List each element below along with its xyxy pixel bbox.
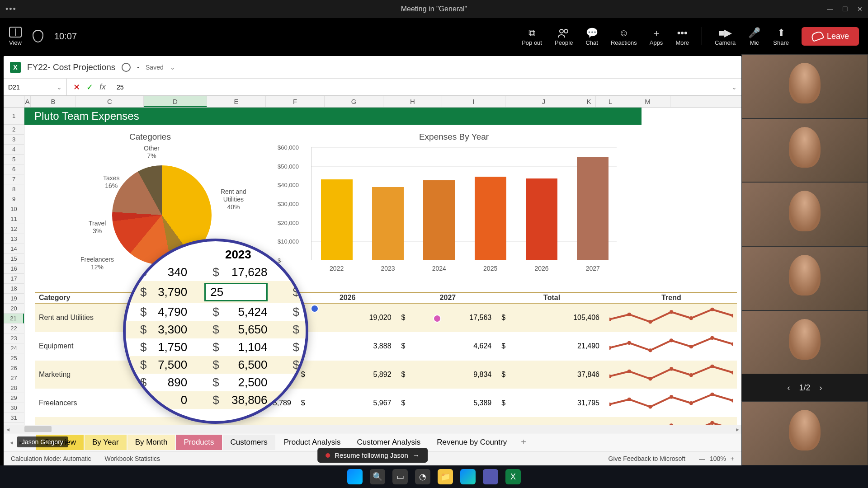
col-E[interactable]: E [207, 96, 266, 107]
row-13[interactable]: 13 [4, 234, 24, 244]
col-C[interactable]: C [76, 96, 144, 107]
participant-tile[interactable] [741, 54, 868, 118]
excel-taskbar-icon[interactable]: X [505, 469, 521, 484]
explorer-icon[interactable]: 📁 [438, 469, 453, 484]
row-12[interactable]: 12 [4, 224, 24, 234]
workbook-stats[interactable]: Workbook Statistics [104, 455, 160, 462]
participant-tile[interactable] [741, 182, 868, 246]
col-M[interactable]: M [625, 96, 670, 107]
shield-icon[interactable] [33, 30, 43, 42]
col-A[interactable]: A [24, 96, 31, 107]
participant-tile[interactable] [741, 401, 868, 465]
tab-customers[interactable]: Customers [223, 435, 275, 450]
col-G[interactable]: G [325, 96, 383, 107]
page-prev-icon[interactable]: ‹ [787, 383, 790, 393]
people-button[interactable]: People [555, 27, 573, 46]
row-11[interactable]: 11 [4, 214, 24, 224]
row-22[interactable]: 22 [4, 324, 24, 333]
col-K[interactable]: K [582, 96, 596, 107]
row-20[interactable]: 20 [4, 304, 24, 314]
sheet-nav-prev[interactable]: ◂ [7, 439, 16, 446]
more-button[interactable]: •••More [675, 27, 689, 46]
zoom-out-icon[interactable]: — [699, 455, 705, 462]
row-6[interactable]: 6 [4, 164, 24, 174]
teams-icon[interactable] [483, 469, 498, 484]
row-9[interactable]: 9 [4, 194, 24, 204]
col-B[interactable]: B [31, 96, 76, 107]
row-17[interactable]: 17 [4, 274, 24, 284]
chat-button[interactable]: 💬Chat [585, 27, 598, 46]
zoom-in-icon[interactable]: + [731, 455, 734, 462]
row-23[interactable]: 23 [4, 333, 24, 343]
row-24[interactable]: 24 [4, 343, 24, 353]
row-15[interactable]: 15 [4, 254, 24, 264]
search-icon[interactable]: 🔍 [370, 469, 385, 484]
popout-button[interactable]: ⧉Pop out [522, 27, 542, 46]
row-31[interactable]: 31 [4, 413, 24, 423]
file-name[interactable]: FY22- Cost Projections [27, 62, 115, 72]
tab-products[interactable]: Products [176, 435, 222, 450]
feedback-link[interactable]: Give Feedback to Microsoft [609, 455, 685, 462]
row-25[interactable]: 25 [4, 353, 24, 363]
horizontal-scrollbar[interactable]: ◂ ▸ [4, 425, 741, 433]
col-J[interactable]: J [505, 96, 582, 107]
chevron-down-icon[interactable]: ⌄ [170, 64, 175, 71]
mic-button[interactable]: 🎤Mic [748, 27, 760, 46]
more-dots-icon[interactable]: ••• [5, 5, 17, 14]
resume-following-button[interactable]: Resume following Jason → [317, 448, 428, 463]
scroll-left-icon[interactable]: ◂ [4, 425, 12, 433]
row-7[interactable]: 7 [4, 174, 24, 184]
row-28[interactable]: 28 [4, 383, 24, 393]
presence-icon[interactable] [122, 63, 131, 72]
scroll-right-icon[interactable]: ▸ [733, 425, 741, 433]
participant-tile[interactable] [741, 118, 868, 183]
chevron-down-icon[interactable]: ⌄ [57, 84, 62, 91]
reactions-button[interactable]: ☺Reactions [611, 27, 637, 46]
confirm-icon[interactable]: ✓ [86, 82, 93, 92]
bar-chart[interactable]: Expenses By Year $-$10,000$20,000$30,000… [278, 129, 630, 283]
col-F[interactable]: F [266, 96, 325, 107]
select-all-corner[interactable] [4, 96, 24, 107]
scroll-thumb[interactable] [24, 426, 52, 432]
add-sheet-icon[interactable]: + [515, 437, 532, 447]
row-18[interactable]: 18 [4, 284, 24, 294]
formula-value[interactable]: 25 [112, 84, 124, 91]
row-19[interactable]: 19 [4, 294, 24, 304]
page-next-icon[interactable]: › [820, 383, 822, 393]
col-I[interactable]: I [442, 96, 505, 107]
row-26[interactable]: 26 [4, 363, 24, 373]
row-2[interactable]: 2 [4, 125, 24, 135]
minimize-icon[interactable]: — [827, 5, 833, 13]
leave-button[interactable]: Leave [802, 27, 859, 46]
row-5[interactable]: 5 [4, 155, 24, 164]
row-30[interactable]: 30 [4, 403, 24, 413]
row-14[interactable]: 14 [4, 244, 24, 254]
share-button[interactable]: ⬆Share [773, 27, 789, 46]
camera-button[interactable]: ■▶Camera [715, 27, 736, 46]
fx-icon[interactable]: fx [99, 82, 106, 92]
widgets-icon[interactable]: ◔ [415, 469, 430, 484]
name-box[interactable]: D21 ⌄ [4, 79, 67, 95]
view-button[interactable]: View [9, 27, 22, 46]
participant-tile[interactable] [741, 310, 868, 375]
row-21[interactable]: 21 [4, 314, 24, 324]
row-16[interactable]: 16 [4, 264, 24, 274]
formula-expand-icon[interactable]: ⌄ [731, 84, 741, 91]
row-4[interactable]: 4 [4, 145, 24, 155]
maximize-icon[interactable]: ☐ [842, 5, 848, 13]
row-8[interactable]: 8 [4, 184, 24, 194]
cell-grid[interactable]: Pluto Team Expenses Categories Other7% R… [24, 108, 741, 425]
col-H[interactable]: H [383, 96, 442, 107]
cancel-icon[interactable]: ✕ [73, 82, 80, 92]
tab-by-year[interactable]: By Year [85, 435, 127, 450]
row-27[interactable]: 27 [4, 373, 24, 383]
row-10[interactable]: 10 [4, 204, 24, 214]
start-icon[interactable] [347, 469, 363, 484]
col-D[interactable]: D [144, 96, 207, 107]
participant-tile[interactable] [741, 246, 868, 310]
apps-button[interactable]: ＋Apps [650, 27, 663, 46]
tab-by-month[interactable]: By Month [127, 435, 175, 450]
taskview-icon[interactable]: ▭ [392, 469, 408, 484]
row-29[interactable]: 29 [4, 393, 24, 403]
row-1[interactable]: 1 [4, 108, 24, 125]
